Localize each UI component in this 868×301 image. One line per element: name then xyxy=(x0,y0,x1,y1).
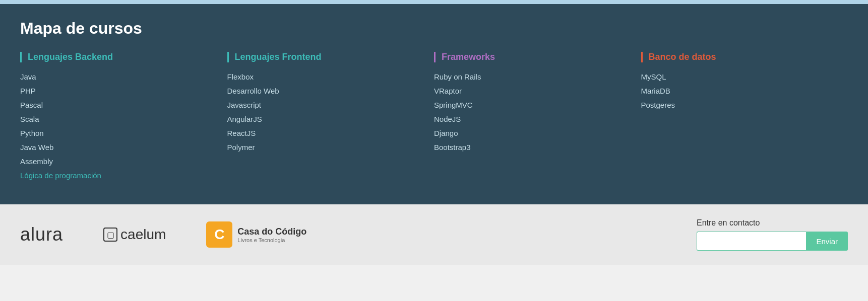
column-list-databases: MySQLMariaDBPostgeres xyxy=(641,71,838,110)
caelum-logo: ▢ caelum xyxy=(103,227,166,243)
casadocodigo-icon: C xyxy=(206,221,232,248)
column-databases: Banco de datosMySQLMariaDBPostgeres xyxy=(641,52,848,184)
column-list-frameworks: Ruby on RailsVRaptorSpringMVCNodeJSDjang… xyxy=(434,71,631,153)
column-backend: Lenguajes BackendJavaPHPPascalScalaPytho… xyxy=(20,52,227,184)
caelum-text: caelum xyxy=(120,227,166,243)
columns-container: Lenguajes BackendJavaPHPPascalScalaPytho… xyxy=(20,52,848,184)
list-item: Lógica de programación xyxy=(20,170,217,181)
top-bar xyxy=(0,0,868,4)
caelum-icon: ▢ xyxy=(103,228,117,242)
contact-submit-button[interactable]: Enviar xyxy=(806,232,848,251)
list-item: Assembly xyxy=(20,156,217,167)
list-item: VRaptor xyxy=(434,86,631,96)
column-list-frontend: FlexboxDesarrollo WebJavascriptAngularJS… xyxy=(227,71,424,153)
list-item: PHP xyxy=(20,86,217,96)
list-item: Ruby on Rails xyxy=(434,71,631,82)
list-item: Javascript xyxy=(227,100,424,110)
footer-logos: alura ▢ caelum C Casa do Código Livros e… xyxy=(20,221,697,248)
list-item: Python xyxy=(20,128,217,138)
list-item: Polymer xyxy=(227,142,424,153)
list-item: SpringMVC xyxy=(434,100,631,110)
list-item: Pascal xyxy=(20,100,217,110)
list-item: MariaDB xyxy=(641,86,838,96)
list-item: MySQL xyxy=(641,71,838,82)
list-item: Scala xyxy=(20,114,217,124)
list-item: Desarrollo Web xyxy=(227,86,424,96)
alura-logo: alura xyxy=(20,224,63,245)
casadocodigo-main-text: Casa do Código xyxy=(237,227,306,237)
list-item: Java xyxy=(20,71,217,82)
column-header-frontend: Lenguajes Frontend xyxy=(227,52,424,62)
list-item: Postgeres xyxy=(641,100,838,110)
column-frameworks: FrameworksRuby on RailsVRaptorSpringMVCN… xyxy=(434,52,641,184)
main-section: Mapa de cursos Lenguajes BackendJavaPHPP… xyxy=(0,4,868,204)
casadocodigo-logo: C Casa do Código Livros e Tecnologia xyxy=(206,221,306,248)
column-header-frameworks: Frameworks xyxy=(434,52,631,62)
footer-section: alura ▢ caelum C Casa do Código Livros e… xyxy=(0,204,868,265)
casadocodigo-sub-text: Livros e Tecnologia xyxy=(237,237,306,243)
column-list-backend: JavaPHPPascalScalaPythonJava WebAssembly… xyxy=(20,71,217,181)
list-item: Flexbox xyxy=(227,71,424,82)
footer-contact: Entre en contacto Enviar xyxy=(697,218,848,251)
casadocodigo-text: Casa do Código Livros e Tecnologia xyxy=(237,227,306,243)
list-item: Java Web xyxy=(20,142,217,153)
column-frontend: Lenguajes FrontendFlexboxDesarrollo WebJ… xyxy=(227,52,435,184)
column-header-databases: Banco de datos xyxy=(641,52,838,62)
contact-form: Enviar xyxy=(697,232,848,251)
list-item: AngularJS xyxy=(227,114,424,124)
page-title: Mapa de cursos xyxy=(20,19,848,38)
contact-input[interactable] xyxy=(697,232,806,251)
list-item: NodeJS xyxy=(434,114,631,124)
list-item: Django xyxy=(434,128,631,138)
list-item: ReactJS xyxy=(227,128,424,138)
list-item: Bootstrap3 xyxy=(434,142,631,153)
column-header-backend: Lenguajes Backend xyxy=(20,52,217,62)
contact-label: Entre en contacto xyxy=(697,218,848,228)
